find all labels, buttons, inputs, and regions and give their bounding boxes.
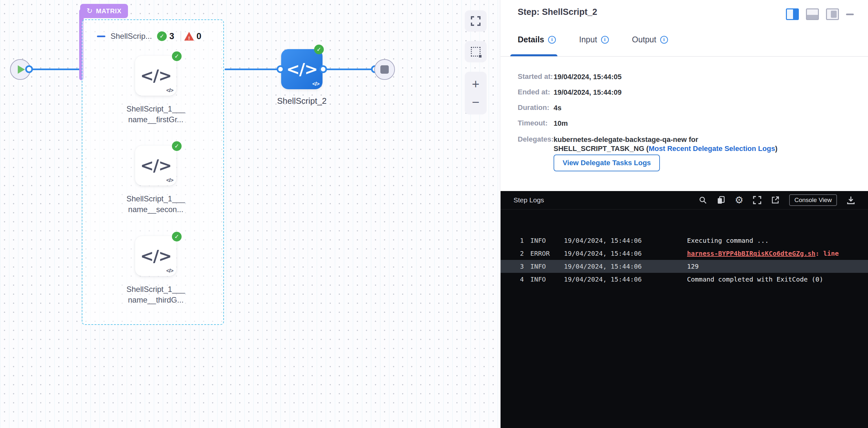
info-icon[interactable]: i [548,36,556,43]
log-message: Command completed with ExitCode (0) [687,273,823,286]
log-line-2[interactable]: 2 ERROR 19/04/2024, 15:44:06 harness-BYP… [501,247,868,260]
tabs-divider [501,56,868,57]
count-divider [181,31,181,41]
log-line-number: 3 [517,260,524,273]
fullscreen-icon [471,16,480,26]
logs-fullscreen-button[interactable] [753,196,762,204]
detail-row-timeout: Timeout: 10m [518,119,568,128]
code-mini-icon: </> [166,87,173,94]
edge-start-to-matrix [28,68,82,70]
log-level: ERROR [530,247,556,260]
layout-right-panel-icon[interactable] [786,8,799,20]
success-badge-icon: ✓ [172,52,182,61]
info-icon[interactable]: i [601,36,609,43]
node-label: ShellScript_1___ name__firstGr... [111,103,201,125]
pipeline-canvas[interactable]: ↻ MATRIX ShellScrip... ✓ 3 ! 0 </> </> ✓… [0,0,500,428]
console-view-button[interactable]: Console View [789,194,837,206]
success-badge-icon: ✓ [172,141,182,151]
detail-value: 4s [554,103,561,113]
node-label-line2: name__firstGr... [111,114,201,125]
node-label-line2: name__secon... [111,204,201,215]
detail-row-ended: Ended at: 19/04/2024, 15:44:09 [518,88,621,97]
canvas-select-button[interactable] [465,41,487,62]
tab-label: Input [579,35,597,44]
node-label-line2: name__thirdG... [111,295,201,305]
info-icon[interactable]: i [660,36,668,43]
step-node-shellscript2[interactable]: </> </> [281,49,322,89]
open-logs-new-tab-button[interactable] [771,196,779,204]
expand-icon [753,196,762,204]
log-timestamp: 19/04/2024, 15:44:06 [564,273,677,286]
log-message-error: harness-BYPP4bBIRqisKCo6dteGZg.sh: line [687,247,839,260]
gear-icon: ⚙ [735,196,744,204]
matrix-group-header[interactable]: ShellScrip... ✓ 3 ! 0 [97,30,217,43]
stop-icon [380,65,389,74]
selected-node-label: ShellScript_2 [256,96,347,106]
canvas-zoom-control: + − [465,72,487,115]
log-timestamp: 19/04/2024, 15:44:06 [564,260,677,273]
detail-label: Started at: [518,72,554,82]
detail-row-duration: Duration: 4s [518,103,561,113]
delegates-line2-suffix: ) [775,145,777,153]
delegate-selection-logs-link[interactable]: Most Recent Delegate Selection Logs [649,145,775,153]
zoom-out-button[interactable]: − [472,93,479,111]
log-lines: 1 INFO 19/04/2024, 15:44:06 Executing co… [501,234,868,286]
logs-toolbar: ⚙ Console View [699,194,855,206]
pipeline-end-node[interactable] [374,59,395,80]
node-label: ShellScript_1___ name__secon... [111,193,201,215]
detail-row-started: Started at: 19/04/2024, 15:44:05 [518,72,621,82]
tab-label: Details [518,35,544,44]
matrix-badge: ↻ MATRIX [80,4,128,18]
tab-label: Output [632,35,656,44]
step-node-shellscript1-first[interactable]: </> </> [135,56,177,96]
node-in-port [277,65,284,73]
delegates-line1: kubernetes-delegate-backstage-qa-new for [554,135,777,144]
step-node-shellscript1-third[interactable]: </> </> [135,236,177,276]
tab-output[interactable]: Output i [632,35,668,44]
node-label: ShellScript_1___ name__thirdG... [111,284,201,305]
detail-row-delegates: Delegates: kubernetes-delegate-backstage… [518,135,777,153]
layout-bottom-panel-icon[interactable] [806,8,819,20]
canvas-fullscreen-button[interactable] [465,10,487,32]
log-line-3-highlighted[interactable]: 3 INFO 19/04/2024, 15:44:06 129 [501,260,868,273]
tab-input[interactable]: Input i [579,35,609,44]
download-logs-button[interactable] [847,196,855,204]
layout-floating-panel-icon[interactable] [826,8,839,20]
error-script-file-link[interactable]: harness-BYPP4bBIRqisKCo6dteGZg.sh [687,250,815,257]
log-line-1[interactable]: 1 INFO 19/04/2024, 15:44:06 Executing co… [501,234,868,247]
panel-title: Step: ShellScript_2 [518,7,597,17]
step-logs-header: Step Logs ⚙ [501,191,868,210]
shell-script-icon: </> [140,156,171,175]
loop-icon: ↻ [87,7,93,15]
detail-label: Ended at: [518,88,554,97]
collapse-icon[interactable] [97,36,105,37]
node-label-line1: ShellScript_1___ [111,284,201,295]
code-mini-icon: </> [166,268,173,274]
delegates-line2-prefix: SHELL_SCRIPT_TASK_NG ( [554,145,649,153]
log-level: INFO [530,234,556,247]
step-node-shellscript1-second[interactable]: </> </> [135,146,177,186]
shell-script-icon: </> [286,60,317,79]
success-check-icon: ✓ [157,31,167,41]
copy-logs-button[interactable] [717,196,725,204]
zoom-in-button[interactable]: + [472,75,479,93]
log-line-number: 2 [517,247,524,260]
success-badge-icon: ✓ [314,44,324,54]
log-line-number: 1 [517,234,524,247]
log-line-number: 4 [517,273,524,286]
logs-settings-button[interactable]: ⚙ [735,196,743,204]
tab-details[interactable]: Details i [518,35,556,44]
download-icon [847,196,855,204]
play-icon [18,65,25,74]
detail-label: Duration: [518,103,554,113]
matrix-badge-label: MATRIX [96,7,122,15]
detail-label: Delegates: [518,135,554,153]
view-delegate-tasks-logs-button[interactable]: View Delegate Tasks Logs [554,155,660,171]
search-logs-button[interactable] [699,196,707,204]
shell-script-icon: </> [140,247,171,266]
minimize-panel-icon[interactable] [846,13,854,15]
success-badge-icon: ✓ [172,232,182,242]
selection-icon [471,47,480,57]
log-line-4[interactable]: 4 INFO 19/04/2024, 15:44:06 Command comp… [501,273,868,286]
detail-value: 19/04/2024, 15:44:05 [554,72,621,82]
